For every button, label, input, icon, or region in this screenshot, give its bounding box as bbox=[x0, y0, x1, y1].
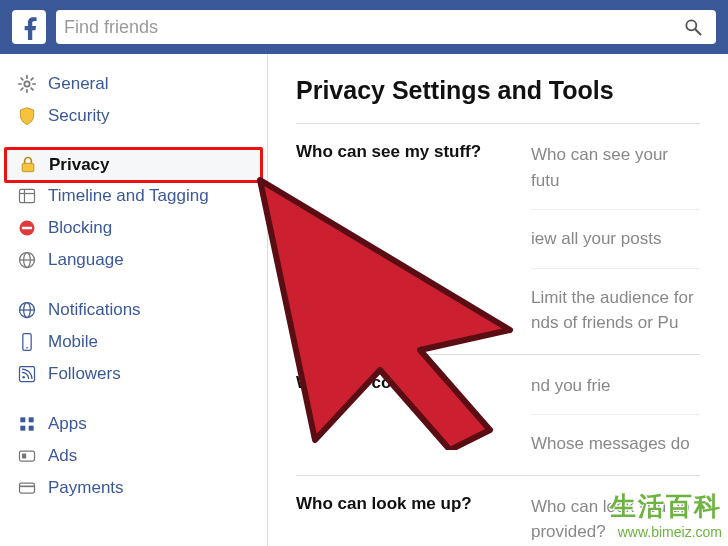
value-text: Limit the audience for nds of friends or… bbox=[531, 268, 700, 336]
search-input[interactable] bbox=[64, 17, 678, 38]
sidebar-item-apps[interactable]: Apps bbox=[0, 408, 267, 440]
search-button[interactable] bbox=[678, 17, 708, 37]
svg-rect-23 bbox=[29, 426, 34, 431]
sidebar-item-ads[interactable]: Ads bbox=[0, 440, 267, 472]
svg-rect-25 bbox=[22, 454, 26, 459]
svg-point-17 bbox=[26, 347, 28, 349]
svg-rect-4 bbox=[22, 163, 34, 171]
value-text: nd you frie bbox=[531, 373, 700, 399]
sidebar-item-label: Mobile bbox=[48, 332, 98, 352]
sidebar-item-label: Apps bbox=[48, 414, 87, 434]
sidebar-item-label: Language bbox=[48, 250, 124, 270]
section-values: Who can see your futu iew all your posts… bbox=[531, 142, 700, 336]
globe-icon bbox=[16, 249, 38, 271]
payments-icon bbox=[16, 477, 38, 499]
value-text: Who can look you up provided? bbox=[531, 494, 700, 545]
sidebar-item-language[interactable]: Language bbox=[0, 244, 267, 276]
sidebar-item-blocking[interactable]: Blocking bbox=[0, 212, 267, 244]
ads-icon bbox=[16, 445, 38, 467]
lock-icon bbox=[17, 154, 39, 176]
sidebar-group-1: General Security bbox=[0, 68, 267, 132]
sidebar-item-security[interactable]: Security bbox=[0, 100, 267, 132]
value-text: Whose messages do bbox=[531, 414, 700, 457]
sidebar-item-label: General bbox=[48, 74, 108, 94]
shield-icon bbox=[16, 105, 38, 127]
sidebar-item-label: Followers bbox=[48, 364, 121, 384]
section-who-can-look-up: Who can look me up? Who can look you up … bbox=[296, 475, 700, 547]
section-who-can-contact: Who can con nd you frie Whose messages d… bbox=[296, 354, 700, 475]
sidebar-item-timeline-tagging[interactable]: Timeline and Tagging bbox=[0, 180, 267, 212]
block-icon bbox=[16, 217, 38, 239]
sidebar-group-2: Privacy Timeline and Tagging Blocking La… bbox=[0, 147, 267, 276]
search-icon bbox=[683, 17, 703, 37]
svg-rect-22 bbox=[20, 426, 25, 431]
section-values: nd you frie Whose messages do bbox=[531, 373, 700, 457]
sidebar-group-3: Notifications Mobile Followers bbox=[0, 294, 267, 390]
section-who-can-see: Who can see my stuff? Who can see your f… bbox=[296, 123, 700, 354]
sidebar-item-label: Security bbox=[48, 106, 109, 126]
main-panel: Privacy Settings and Tools Who can see m… bbox=[268, 54, 728, 546]
svg-rect-26 bbox=[20, 483, 35, 493]
svg-point-3 bbox=[24, 81, 29, 86]
sidebar-item-notifications[interactable]: Notifications bbox=[0, 294, 267, 326]
sidebar-group-4: Apps Ads Payments bbox=[0, 408, 267, 504]
section-question: Who can see my stuff? bbox=[296, 142, 511, 336]
svg-line-2 bbox=[696, 30, 701, 35]
sidebar-item-label: Timeline and Tagging bbox=[48, 186, 209, 206]
section-question: Who can look me up? bbox=[296, 494, 511, 545]
timeline-icon bbox=[16, 185, 38, 207]
sidebar-item-label: Privacy bbox=[49, 155, 110, 175]
value-text: Who can see your futu bbox=[531, 142, 700, 193]
svg-rect-21 bbox=[29, 417, 34, 422]
rss-icon bbox=[16, 363, 38, 385]
sidebar-item-payments[interactable]: Payments bbox=[0, 472, 267, 504]
mobile-icon bbox=[16, 331, 38, 353]
section-values: Who can look you up provided? bbox=[531, 494, 700, 545]
sidebar-item-label: Notifications bbox=[48, 300, 141, 320]
facebook-icon bbox=[16, 14, 42, 40]
sidebar-item-mobile[interactable]: Mobile bbox=[0, 326, 267, 358]
svg-rect-9 bbox=[22, 227, 32, 230]
globe-icon bbox=[16, 299, 38, 321]
sidebar-item-label: Payments bbox=[48, 478, 124, 498]
facebook-logo[interactable] bbox=[12, 10, 46, 44]
svg-rect-24 bbox=[20, 451, 35, 461]
sidebar-item-label: Blocking bbox=[48, 218, 112, 238]
sidebar-item-privacy[interactable]: Privacy bbox=[4, 147, 263, 183]
page-title: Privacy Settings and Tools bbox=[296, 76, 700, 105]
svg-point-19 bbox=[22, 376, 25, 379]
svg-rect-5 bbox=[20, 189, 35, 202]
sidebar-item-label: Ads bbox=[48, 446, 77, 466]
sidebar-item-followers[interactable]: Followers bbox=[0, 358, 267, 390]
sidebar-item-general[interactable]: General bbox=[0, 68, 267, 100]
gear-icon bbox=[16, 73, 38, 95]
search-bar bbox=[56, 10, 716, 44]
svg-rect-20 bbox=[20, 417, 25, 422]
settings-sidebar: General Security Privacy Timeline an bbox=[0, 54, 268, 546]
section-question: Who can con bbox=[296, 373, 511, 457]
apps-icon bbox=[16, 413, 38, 435]
value-text: iew all your posts bbox=[531, 209, 700, 252]
top-bar bbox=[0, 0, 728, 54]
body: General Security Privacy Timeline an bbox=[0, 54, 728, 546]
